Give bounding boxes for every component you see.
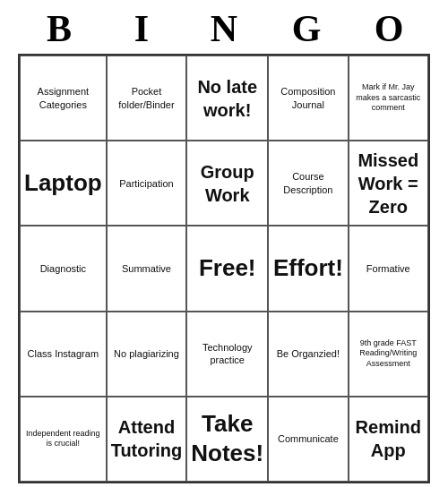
- title-letter: B: [23, 7, 95, 50]
- bingo-cell: Technology practice: [186, 312, 268, 397]
- title-letter: N: [188, 7, 260, 50]
- bingo-cell: Free!: [186, 226, 268, 311]
- bingo-cell: Pocket folder/Binder: [107, 56, 187, 141]
- bingo-cell: Class Instagram: [20, 312, 107, 397]
- bingo-cell: Laptop: [20, 141, 107, 226]
- bingo-cell: Course Description: [268, 141, 348, 226]
- bingo-cell: Assignment Categories: [20, 56, 107, 141]
- bingo-cell: Independent reading is crucial!: [20, 397, 107, 482]
- bingo-cell: Remind App: [349, 397, 428, 482]
- bingo-cell: Summative: [107, 226, 187, 311]
- bingo-cell: Composition Journal: [268, 56, 348, 141]
- bingo-cell: Communicate: [268, 397, 348, 482]
- title-letter: O: [353, 7, 425, 50]
- bingo-cell: Group Work: [186, 141, 268, 226]
- title-letter: I: [106, 7, 177, 50]
- bingo-cell: Effort!: [268, 226, 348, 311]
- title-letter: G: [271, 7, 342, 50]
- bingo-cell: Take Notes!: [186, 397, 268, 482]
- bingo-cell: Mark if Mr. Jay makes a sarcastic commen…: [349, 56, 428, 141]
- bingo-cell: Formative: [349, 226, 428, 311]
- bingo-title: BINGO: [18, 7, 430, 50]
- bingo-cell: Be Organzied!: [268, 312, 348, 397]
- bingo-cell: Missed Work = Zero: [349, 141, 428, 226]
- bingo-cell: No plagiarizing: [107, 312, 187, 397]
- bingo-cell: 9th grade FAST Reading/Writing Assessmen…: [349, 312, 428, 397]
- bingo-grid: Assignment CategoriesPocket folder/Binde…: [18, 54, 430, 483]
- bingo-cell: No late work!: [186, 56, 268, 141]
- bingo-cell: Participation: [107, 141, 187, 226]
- bingo-cell: Attend Tutoring: [107, 397, 187, 482]
- bingo-cell: Diagnostic: [20, 226, 107, 311]
